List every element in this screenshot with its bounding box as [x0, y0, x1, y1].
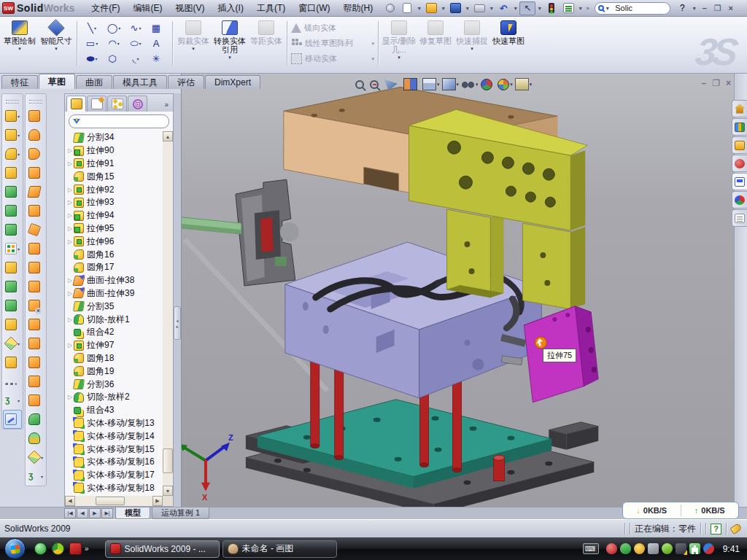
tree-item[interactable]: ▷ 实体-移动/复制17 [66, 469, 163, 482]
extruded-surface-icon[interactable]: ▾ [26, 144, 45, 163]
tree-item[interactable]: ▷ 分割36 [66, 378, 163, 391]
tree-vertical-scrollbar[interactable]: ▲ ▼ [163, 131, 173, 496]
lofted-surface-icon[interactable]: ▾ [26, 182, 45, 201]
quicklaunch-media-icon[interactable] [52, 542, 64, 555]
splitter-handle[interactable]: ◂▸ [174, 306, 181, 340]
feature-filter-box[interactable] [69, 114, 169, 128]
line-icon[interactable]: ╲ ▾ [81, 20, 103, 36]
menu-item[interactable]: 工具(T) [250, 0, 292, 16]
boundary-surface-icon[interactable]: ▾ [26, 163, 45, 182]
tray-antivirus-icon[interactable] [620, 543, 631, 554]
knit-surface-icon[interactable]: ▾ [26, 334, 45, 353]
propertymanager-tab[interactable] [87, 96, 107, 112]
sketch-text-icon[interactable]: A ▾ [147, 36, 169, 51]
draft-icon[interactable]: ▾ [3, 201, 22, 220]
curve-surface-icon[interactable]: ʒ ▾ [26, 467, 45, 486]
extend-surface-icon[interactable]: ▾ [26, 353, 45, 372]
convert-entities-button[interactable]: 转换实体引用 ▾ [212, 18, 248, 69]
tree-item[interactable]: ▷ 实体-移动/复制15 [66, 443, 163, 456]
tree-item[interactable]: ▷ 圆角16 [66, 248, 163, 261]
split-icon[interactable]: ▾ [3, 296, 22, 315]
tray-health-icon[interactable] [689, 543, 700, 554]
tree-item[interactable]: ▷ 圆角17 [66, 261, 163, 274]
print-caret[interactable]: ▾ [488, 5, 495, 12]
study-nav-button[interactable]: |◀ [64, 508, 76, 518]
revolved-surface-icon[interactable]: ▾ [26, 125, 45, 144]
tray-network-warning-icon[interactable] [676, 543, 686, 554]
close-button[interactable]: × [724, 4, 737, 12]
deform-surface-icon[interactable]: ▾ [26, 448, 45, 467]
options-caret[interactable]: ▾ [577, 5, 584, 12]
menu-item[interactable]: 文件(F) [85, 0, 126, 16]
solidworks-resources-tab[interactable] [732, 100, 747, 117]
tray-security-alert-icon[interactable] [606, 543, 617, 554]
scroll-up-icon[interactable]: ▲ [163, 131, 173, 141]
polygon-icon[interactable]: ⬡ ▾ [103, 51, 125, 66]
open-caret[interactable]: ▾ [440, 5, 446, 12]
thicken-icon[interactable]: ▾ [26, 239, 45, 258]
quick-tips-icon[interactable]: ? [711, 524, 721, 534]
tree-item[interactable]: ▷ 切除-放样1 [66, 313, 163, 326]
expander-icon[interactable]: ▷ [66, 342, 74, 349]
save-caret[interactable]: ▾ [464, 5, 471, 12]
clock[interactable]: 9:41 [723, 544, 740, 554]
circle-icon[interactable]: ◯ ▾ [103, 20, 125, 36]
curve-icon[interactable]: ʒ ▾ [3, 391, 22, 410]
surface-fillet-icon[interactable]: ▾ [26, 410, 45, 429]
model-3d-view[interactable]: Y Z X [182, 74, 734, 507]
reference-axis-icon[interactable]: ▾ [3, 372, 22, 391]
expander-icon[interactable]: ▷ [66, 199, 74, 206]
trim-surface-icon[interactable]: ▾ [26, 372, 45, 391]
tree-item[interactable]: ▷ 拉伸92 [66, 183, 163, 196]
quick-snaps-button[interactable]: 快速捕捉 ▾ [454, 18, 490, 69]
new-caret[interactable]: ▾ [416, 5, 422, 12]
view-settings-icon[interactable]: ▾ [515, 78, 533, 90]
sketch-button[interactable]: 草图绘制 ▾ [1, 18, 38, 69]
sketch-fillet-icon[interactable]: ◟ ▾ [125, 51, 147, 66]
trim-entities-button[interactable]: 剪裁实体 ▾ [175, 18, 212, 69]
expander-icon[interactable]: ▷ [66, 316, 74, 323]
expander-icon[interactable]: ▷ [66, 238, 74, 245]
tree-item[interactable]: ▷ 切除-放样2 [66, 391, 163, 404]
undo-button[interactable]: ↶ [495, 1, 511, 15]
keyboard-indicator-icon[interactable]: ⌨ [583, 543, 599, 554]
tree-item[interactable]: ▷ 分割35 [66, 300, 163, 313]
view-palette-tab[interactable] [732, 173, 747, 190]
scrollbar-thumb[interactable] [96, 497, 125, 505]
custom-properties-tab[interactable] [732, 209, 747, 227]
rebuild-button[interactable] [543, 1, 560, 15]
restore-button[interactable]: ❐ [711, 4, 724, 13]
smart-dimension-button[interactable]: 智能尺寸 ▾ [38, 18, 74, 69]
doc-restore-button[interactable]: ❐ [712, 79, 720, 88]
tree-item[interactable]: ▷ 分割34 [66, 131, 163, 144]
print-button[interactable] [471, 1, 487, 15]
expander-icon[interactable]: ▷ [66, 225, 74, 232]
pin-toolbar-icon[interactable] [382, 1, 398, 15]
move-copy-body-icon[interactable]: ▾ [3, 315, 22, 334]
dome-icon[interactable]: ▾ [26, 429, 45, 448]
tray-schedule-icon[interactable] [634, 543, 645, 554]
study-nav-button[interactable]: ▶ [89, 508, 101, 518]
scroll-left-icon[interactable]: ◀ [65, 496, 75, 506]
tree-item[interactable]: ▷ 实体-移动/复制14 [66, 429, 163, 443]
tree-item[interactable]: ▷ 实体-移动/复制18 [66, 482, 163, 495]
expander-icon[interactable]: ▷ [66, 147, 74, 154]
tree-item[interactable]: ▷ 拉伸94 [66, 209, 163, 222]
offset-surface-icon[interactable]: ▾ [26, 258, 45, 277]
combine-icon[interactable]: ▾ [3, 277, 22, 296]
extruded-boss-icon[interactable]: ▾ [3, 106, 22, 125]
menu-item[interactable]: 编辑(E) [127, 0, 169, 16]
spline-icon[interactable]: ∿ ▾ [125, 20, 147, 36]
start-button[interactable] [4, 538, 26, 559]
arc-icon[interactable]: ◠ ▾ [103, 36, 125, 51]
quicklaunch-solidworks-icon[interactable] [69, 542, 82, 555]
help-button[interactable]: ? [674, 1, 690, 15]
fillet-icon[interactable]: ▾ [3, 144, 22, 163]
tree-item[interactable]: ▷ 组合42 [66, 326, 163, 339]
help-caret[interactable]: ▾ [691, 5, 697, 12]
toolbar-overflow-icon[interactable]: » [584, 5, 591, 12]
tree-item[interactable]: ▷ 拉伸93 [66, 196, 163, 209]
dimxpertmanager-tab[interactable] [128, 96, 147, 112]
ribbon-tab[interactable]: 草图 [39, 74, 75, 89]
study-nav-button[interactable]: ▶| [101, 508, 113, 518]
